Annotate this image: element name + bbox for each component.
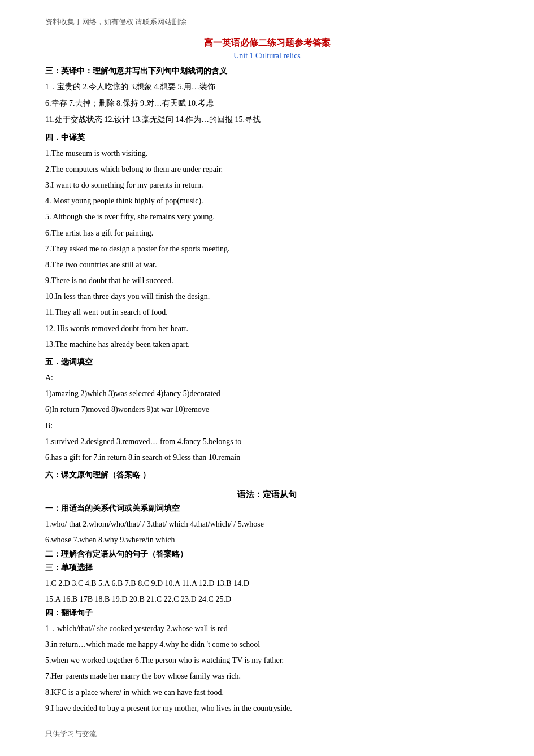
grammar-s4-line-6: 9.I have decided to buy a present for my… — [45, 701, 489, 715]
grammar-s2-header: 二：理解含有定语从句的句子（答案略） — [45, 549, 489, 559]
grammar-s1-line-2: 6.whose 7.when 8.why 9.where/in which — [45, 533, 489, 547]
sentence-11: 11.They all went out in search of food. — [45, 305, 489, 319]
grammar-s1-header: 一：用适当的关系代词或关系副词填空 — [45, 503, 489, 514]
vocab-lines-container: 1．宝贵的 2.令人吃惊的 3.想象 4.想要 5.用…装饰 6.幸存 7.去掉… — [45, 80, 489, 127]
sentence-8: 8.The two countries are still at war. — [45, 258, 489, 272]
grammar-s4-line-3: 5.when we worked together 6.The person w… — [45, 653, 489, 667]
grammar-s3-line-2: 15.A 16.B 17B 18.B 19.D 20.B 21.C 22.C 2… — [45, 592, 489, 606]
grammar-s4-line-2: 3.in return…which made me happy 4.why he… — [45, 637, 489, 651]
sentence-12: 12. His words removed doubt from her hea… — [45, 321, 489, 336]
subtitle: Unit 1 Cultural relics — [45, 51, 489, 60]
watermark-text: 资料收集于网络，如有侵权 请联系网站删除 — [45, 17, 489, 27]
grammar-title: 语法：定语从句 — [45, 489, 489, 500]
part5-b-label: B: — [45, 419, 489, 433]
part4-header: 四．中译英 — [45, 133, 489, 143]
part5-a-line-2: 6)In return 7)moved 8)wonders 9)at war 1… — [45, 402, 489, 416]
sentences-container: 1.The museum is worth visiting. 2.The co… — [45, 146, 489, 351]
grammar-s1-line-1: 1.who/ that 2.whom/who/that/ / 3.that/ w… — [45, 517, 489, 531]
vocab-line-2: 6.幸存 7.去掉；删除 8.保持 9.对…有天赋 10.考虑 — [45, 96, 489, 110]
part5-b-line-2: 6.has a gift for 7.in return 8.in search… — [45, 450, 489, 464]
sentence-9: 9.There is no doubt that he will succeed… — [45, 273, 489, 288]
vocab-line-1: 1．宝贵的 2.令人吃惊的 3.想象 4.想要 5.用…装饰 — [45, 80, 489, 94]
sentence-1: 1.The museum is worth visiting. — [45, 146, 489, 160]
main-title: 高一英语必修二练习题参考答案 — [45, 37, 489, 49]
grammar-s4-line-5: 8.KFC is a place where/ in which we can … — [45, 685, 489, 699]
grammar-s3-header: 三：单项选择 — [45, 563, 489, 573]
part5-b-line-1: 1.survived 2.designed 3.removed… from 4.… — [45, 435, 489, 449]
sentence-13: 13.The machine has already been taken ap… — [45, 337, 489, 351]
grammar-s4-line-4: 7.Her parents made her marry the boy who… — [45, 669, 489, 683]
sentence-10: 10.In less than three days you will fini… — [45, 289, 489, 303]
sentence-2: 2.The computers which belong to them are… — [45, 162, 489, 176]
sentence-3: 3.I want to do something for my parents … — [45, 178, 489, 192]
grammar-s3-line-1: 1.C 2.D 3.C 4.B 5.A 6.B 7.B 8.C 9.D 10.A… — [45, 576, 489, 590]
grammar-s4-line-1: 1．which/that// she cooked yesterday 2.wh… — [45, 622, 489, 636]
sentence-5: 5. Although she is over fifty, she remai… — [45, 210, 489, 224]
part5-header: 五．选词填空 — [45, 357, 489, 367]
vocab-line-3: 11.处于交战状态 12.设计 13.毫无疑问 14.作为…的回报 15.寻找 — [45, 112, 489, 127]
part5-a-label: A: — [45, 371, 489, 385]
grammar-s4-header: 四：翻译句子 — [45, 608, 489, 618]
section3-header: 三：英译中：理解句意并写出下列句中划线词的含义 — [45, 66, 489, 76]
sentence-7: 7.They asked me to design a poster for t… — [45, 242, 489, 256]
part5-a-line-1: 1)amazing 2)which 3)was selected 4)fancy… — [45, 386, 489, 401]
footer-note: 只供学习与交流 — [45, 729, 489, 739]
part6-header: 六：课文原句理解（答案略 ） — [45, 470, 489, 480]
sentence-4: 4. Most young people think highly of pop… — [45, 194, 489, 208]
sentence-6: 6.The artist has a gift for painting. — [45, 226, 489, 240]
